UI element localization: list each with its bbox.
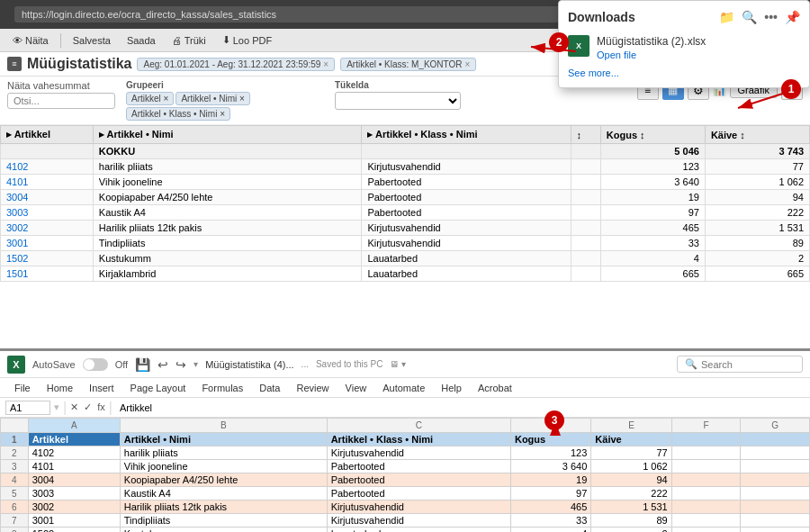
cell-id[interactable]: 3003: [1, 205, 94, 221]
tukelda-select[interactable]: [335, 92, 461, 110]
autosave-toggle[interactable]: [83, 358, 108, 371]
col-header-B[interactable]: B: [120, 419, 327, 433]
search-input[interactable]: [701, 359, 795, 370]
col-header-F[interactable]: F: [671, 419, 741, 433]
cell-g5[interactable]: [741, 487, 810, 500]
cell-g2[interactable]: [741, 446, 810, 460]
filter-remove-date[interactable]: ×: [323, 59, 328, 69]
cell-e7[interactable]: 89: [591, 514, 671, 527]
loo-pdf-button[interactable]: ⬇ Loo PDF: [215, 32, 279, 48]
cell-f1[interactable]: [671, 433, 741, 446]
pin-icon[interactable]: 📌: [785, 10, 800, 24]
cell-b2[interactable]: harilik pliiats: [120, 446, 327, 460]
open-file-link[interactable]: Open file: [597, 50, 636, 60]
cell-e3[interactable]: 1 062: [591, 460, 671, 473]
cell-e8[interactable]: 2: [591, 527, 671, 533]
excel-menu-insert[interactable]: Insert: [82, 381, 122, 395]
cell-c1[interactable]: Artikkel • Klass • Nimi: [327, 433, 510, 446]
cell-e5[interactable]: 222: [591, 487, 671, 500]
save-icon[interactable]: 💾: [135, 357, 150, 372]
th-klass[interactable]: ▸ Artikkel • Klass • Nimi: [362, 126, 571, 144]
formula-fx-icon[interactable]: fx: [97, 401, 105, 413]
cell-g8[interactable]: [741, 527, 810, 533]
cell-f8[interactable]: [671, 527, 741, 533]
excel-menu-acrobat[interactable]: Acrobat: [471, 381, 519, 395]
otsi-input[interactable]: [7, 93, 115, 109]
cell-f6[interactable]: [671, 500, 741, 514]
search-downloads-icon[interactable]: 🔍: [742, 10, 757, 24]
cell-e2[interactable]: 77: [591, 446, 671, 460]
excel-search-box[interactable]: 🔍: [677, 356, 803, 373]
filter-remove-klass[interactable]: ×: [465, 59, 471, 69]
cell-c7[interactable]: Kirjutusvahendid: [327, 514, 510, 527]
redo-icon[interactable]: ↪: [176, 357, 186, 372]
cell-d4[interactable]: 19: [510, 473, 590, 487]
cell-g4[interactable]: [741, 473, 810, 487]
cell-c5[interactable]: Pabertooted: [327, 487, 510, 500]
formula-check-icon[interactable]: ✓: [84, 401, 92, 413]
excel-menu-help[interactable]: Help: [434, 381, 469, 395]
cell-b5[interactable]: Kaustik A4: [120, 487, 327, 500]
th-nimi[interactable]: ▸ Artikkel • Nimi: [93, 126, 362, 144]
excel-menu-page layout[interactable]: Page Layout: [123, 381, 194, 395]
excel-menu-home[interactable]: Home: [40, 381, 80, 395]
cell-id[interactable]: 3004: [1, 190, 94, 205]
cell-c4[interactable]: Pabertooted: [327, 473, 510, 487]
th-kogus[interactable]: Kogus ↕: [600, 126, 705, 144]
cell-d5[interactable]: 97: [510, 487, 590, 500]
naita-button[interactable]: 👁 Näita: [5, 33, 56, 48]
cell-c8[interactable]: Lauatarbed: [327, 527, 510, 533]
cell-d2[interactable]: 123: [510, 446, 590, 460]
cell-d6[interactable]: 465: [510, 500, 590, 514]
cell-g1[interactable]: [741, 433, 810, 446]
cell-b4[interactable]: Koopiapaber A4/250 lehte: [120, 473, 327, 487]
cell-f7[interactable]: [671, 514, 741, 527]
cell-g7[interactable]: [741, 514, 810, 527]
cell-e1[interactable]: Käive: [591, 433, 671, 446]
excel-menu-data[interactable]: Data: [252, 381, 287, 395]
cell-d1[interactable]: Kogus: [510, 433, 590, 446]
cell-f3[interactable]: [671, 460, 741, 473]
formula-bar-input[interactable]: [116, 402, 805, 413]
cell-id[interactable]: 1501: [1, 266, 94, 282]
cell-a6[interactable]: 3002: [28, 500, 120, 514]
cell-d8[interactable]: 4: [510, 527, 590, 533]
cell-e6[interactable]: 1 531: [591, 500, 671, 514]
salvesta-button[interactable]: Salvesta: [66, 33, 118, 48]
cell-a4[interactable]: 3004: [28, 473, 120, 487]
cell-d7[interactable]: 33: [510, 514, 590, 527]
cell-a3[interactable]: 4101: [28, 460, 120, 473]
truki-button[interactable]: 🖨 Trüki: [165, 33, 213, 48]
cell-a7[interactable]: 3001: [28, 514, 120, 527]
th-kaive[interactable]: Käive ↕: [705, 126, 809, 144]
cell-a8[interactable]: 1502: [28, 527, 120, 533]
cell-b3[interactable]: Vihik jooneline: [120, 460, 327, 473]
cell-id[interactable]: 1502: [1, 251, 94, 266]
cell-f2[interactable]: [671, 446, 741, 460]
th-artikkel[interactable]: ▸ Artikkel: [1, 126, 94, 144]
cell-b8[interactable]: Kustukumm: [120, 527, 327, 533]
cell-d3[interactable]: 3 640: [510, 460, 590, 473]
formula-x-icon[interactable]: ✕: [70, 401, 78, 413]
excel-menu-formulas[interactable]: Formulas: [194, 381, 250, 395]
cell-g3[interactable]: [741, 460, 810, 473]
more-icon[interactable]: •••: [764, 10, 778, 24]
cell-id[interactable]: 4102: [1, 159, 94, 175]
saada-button[interactable]: Saada: [120, 33, 163, 48]
cell-b6[interactable]: Harilik pliiats 12tk pakis: [120, 500, 327, 514]
cell-b1[interactable]: Artikkel • Nimi: [120, 433, 327, 446]
excel-menu-automate[interactable]: Automate: [375, 381, 432, 395]
see-more-link[interactable]: See more...: [568, 68, 800, 78]
excel-menu-review[interactable]: Review: [289, 381, 336, 395]
cell-a1[interactable]: Artikkel: [28, 433, 120, 446]
col-header-C[interactable]: C: [327, 419, 510, 433]
cell-id[interactable]: 3002: [1, 221, 94, 236]
th-sort1[interactable]: ↕: [571, 126, 600, 144]
cell-f4[interactable]: [671, 473, 741, 487]
cell-reference-input[interactable]: [5, 401, 50, 415]
cell-f5[interactable]: [671, 487, 741, 500]
cell-c2[interactable]: Kirjutusvahendid: [327, 446, 510, 460]
col-header-A[interactable]: A: [28, 419, 120, 433]
cell-g6[interactable]: [741, 500, 810, 514]
cell-c6[interactable]: Kirjutusvahendid: [327, 500, 510, 514]
